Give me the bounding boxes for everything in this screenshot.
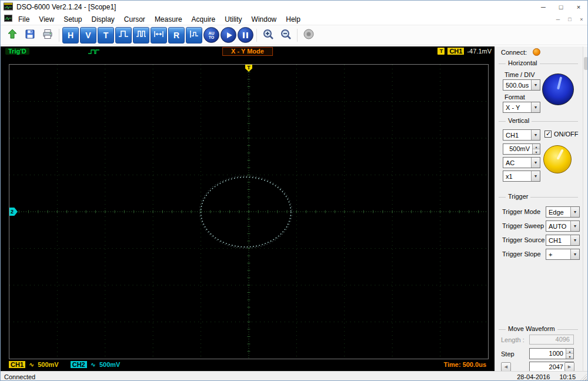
trigger-mode-label: Trigger Mode bbox=[502, 208, 540, 215]
channel-select[interactable]: CH1 ▾ bbox=[503, 129, 540, 141]
ch1-badge: CH1 bbox=[9, 361, 25, 368]
chevron-down-icon[interactable]: ▾ bbox=[531, 130, 540, 140]
move-left-button[interactable]: ◀ bbox=[501, 362, 511, 372]
t-label: T bbox=[103, 31, 109, 40]
measure-waveform-button[interactable] bbox=[186, 27, 202, 44]
channel-info-bar: CH1 ∿ 500mV CH2 ∿ 500mV Time: 500.0us bbox=[9, 360, 489, 369]
trigger-mode-row: Trigger Mode Edge ▾ bbox=[502, 206, 580, 218]
timebase-readout: Time: 500.0us bbox=[443, 361, 489, 368]
spin-down-icon[interactable]: ▾ bbox=[533, 149, 540, 154]
scrollbar-thumb[interactable] bbox=[584, 57, 588, 70]
chevron-down-icon[interactable]: ▾ bbox=[531, 102, 540, 112]
trigger-group-separator: Trigger bbox=[499, 197, 578, 198]
menu-acquire[interactable]: Acquire bbox=[187, 15, 220, 24]
knob-pointer-icon bbox=[557, 76, 562, 89]
zoom-in-button[interactable] bbox=[260, 27, 276, 44]
snapshot-button[interactable] bbox=[300, 27, 317, 44]
trigger-sweep-row: Trigger Sweep AUTO ▾ bbox=[502, 220, 580, 232]
pulse-train-button[interactable] bbox=[133, 27, 149, 44]
save-button[interactable] bbox=[22, 27, 38, 44]
auto-setup-button[interactable]: AUTO bbox=[203, 27, 219, 43]
horizontal-knob[interactable] bbox=[542, 73, 574, 105]
menu-file[interactable]: File bbox=[14, 15, 34, 24]
maximize-button[interactable]: □ bbox=[552, 1, 570, 14]
refresh-button[interactable]: R bbox=[168, 27, 185, 44]
chevron-down-icon[interactable]: ▾ bbox=[570, 249, 579, 259]
coupling-value: AC bbox=[503, 159, 531, 166]
format-select[interactable]: X - Y ▾ bbox=[503, 102, 540, 113]
trigger-mode-value: Edge bbox=[546, 209, 570, 216]
status-bar: Connected 28-04-2016 10:15 bbox=[1, 371, 587, 381]
mdi-close-button[interactable]: × bbox=[576, 16, 587, 22]
pause-button[interactable] bbox=[238, 27, 253, 43]
control-panel: Connect: Horizontal Time / DIV 500.0us ▾… bbox=[495, 46, 583, 371]
ch2-badge: CH2 bbox=[71, 361, 87, 368]
trigger-settings-button[interactable]: T bbox=[98, 27, 114, 44]
menu-display[interactable]: Display bbox=[87, 15, 119, 24]
chevron-down-icon[interactable]: ▾ bbox=[570, 221, 579, 231]
run-button[interactable] bbox=[220, 27, 236, 43]
step-value: 1000 bbox=[530, 349, 566, 359]
mdi-minimize-button[interactable]: ─ bbox=[552, 16, 564, 22]
chevron-down-icon[interactable]: ▾ bbox=[531, 80, 540, 90]
menu-utility[interactable]: Utility bbox=[220, 15, 246, 24]
chevron-down-icon[interactable]: ▾ bbox=[531, 158, 540, 168]
scope-display: T 2 CH1 ∿ 500mV CH2 ∿ 500mV Time: 500.0u… bbox=[1, 57, 495, 371]
coupling-select[interactable]: AC ▾ bbox=[503, 157, 540, 168]
scope-plot: T 2 bbox=[9, 64, 489, 359]
trigger-mode-select[interactable]: Edge ▾ bbox=[546, 206, 580, 218]
ch2-scale: 500mV bbox=[99, 361, 120, 368]
menu-help[interactable]: Help bbox=[281, 15, 305, 24]
probe-select[interactable]: x1 ▾ bbox=[503, 171, 540, 182]
measure-waveform-icon bbox=[189, 29, 199, 41]
menu-measure[interactable]: Measure bbox=[150, 15, 187, 24]
move-right-button[interactable]: ▶ bbox=[564, 362, 574, 372]
spin-up-icon[interactable]: ▴ bbox=[533, 144, 540, 149]
trigger-slope-row: Trigger Slope + ▾ bbox=[502, 249, 580, 260]
pulse-width-button[interactable] bbox=[115, 27, 132, 44]
chevron-down-icon[interactable]: ▾ bbox=[570, 207, 579, 217]
open-button[interactable] bbox=[4, 27, 21, 44]
auto-label: AUTO bbox=[208, 31, 215, 39]
channel-onoff-checkbox[interactable]: ON/OFF bbox=[544, 131, 579, 138]
horizontal-group-title: Horizontal bbox=[506, 59, 540, 66]
menu-view[interactable]: View bbox=[34, 15, 59, 24]
scope-grid-and-trace bbox=[9, 65, 488, 359]
vertical-settings-button[interactable]: V bbox=[80, 27, 96, 44]
spin-up-icon[interactable]: ▴ bbox=[566, 349, 573, 354]
zoom-out-button[interactable] bbox=[278, 27, 294, 44]
panel-scrollbar[interactable] bbox=[583, 46, 588, 371]
vertical-group-separator: Vertical bbox=[499, 121, 578, 122]
step-stepper[interactable]: 1000 ▴▾ bbox=[529, 348, 574, 359]
volt-div-stepper[interactable]: 500mV ▴▾ bbox=[503, 143, 540, 155]
ch1-scale: 500mV bbox=[38, 361, 58, 368]
auto-scale-button[interactable] bbox=[151, 27, 167, 44]
trigger-source-row: Trigger Source CH1 ▾ bbox=[502, 235, 580, 246]
toolbar: H V T R AUTO bbox=[1, 25, 587, 45]
mdi-restore-button[interactable]: □ bbox=[564, 16, 576, 22]
trigger-slope-select[interactable]: + ▾ bbox=[546, 249, 580, 260]
horizontal-settings-button[interactable]: H bbox=[62, 27, 79, 44]
menu-cursor[interactable]: Cursor bbox=[119, 15, 150, 24]
close-button[interactable]: × bbox=[570, 1, 587, 14]
vertical-knob[interactable] bbox=[543, 145, 572, 173]
ch2-coupling-icon: ∿ bbox=[91, 361, 96, 369]
print-button[interactable] bbox=[39, 27, 56, 44]
format-label: Format bbox=[505, 93, 525, 101]
trigger-sweep-select[interactable]: AUTO ▾ bbox=[546, 220, 580, 232]
print-icon bbox=[42, 28, 54, 42]
trigger-source-select[interactable]: CH1 ▾ bbox=[546, 235, 580, 246]
app-window: DSO-6000 Ver2.1.24 - [Scope1] ─ □ × File… bbox=[0, 0, 588, 381]
pause-icon-bar bbox=[246, 32, 248, 38]
menu-window[interactable]: Window bbox=[247, 15, 282, 24]
time-div-select[interactable]: 500.0us ▾ bbox=[503, 79, 540, 91]
minimize-button[interactable]: ─ bbox=[534, 1, 552, 14]
pause-icon bbox=[243, 32, 245, 38]
checkbox-checked-icon[interactable] bbox=[544, 131, 552, 138]
menu-setup[interactable]: Setup bbox=[59, 15, 86, 24]
pulse-train-icon bbox=[136, 29, 146, 41]
menu-bar: File View Setup Display Cursor Measure A… bbox=[1, 14, 587, 25]
spin-down-icon[interactable]: ▾ bbox=[566, 354, 573, 359]
chevron-down-icon[interactable]: ▾ bbox=[570, 235, 579, 245]
chevron-down-icon[interactable]: ▾ bbox=[531, 171, 540, 181]
